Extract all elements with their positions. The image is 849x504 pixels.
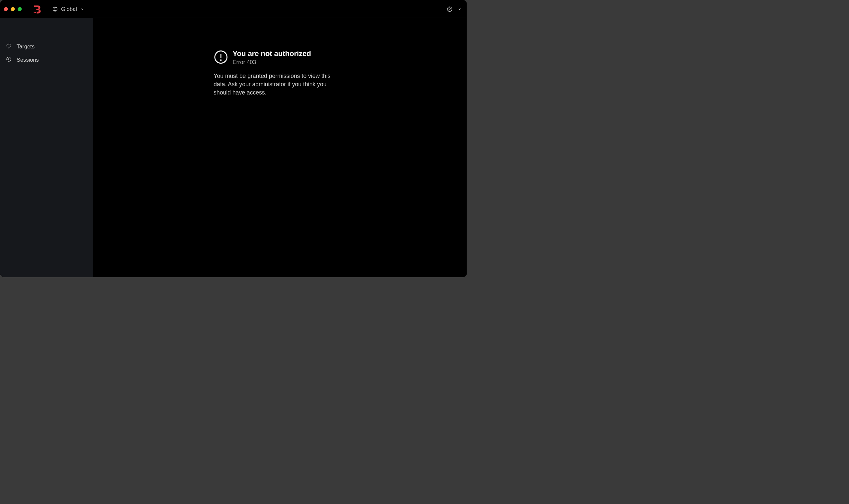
svg-rect-1	[35, 12, 36, 13]
account-button[interactable]	[447, 6, 453, 12]
svg-point-14	[220, 59, 221, 61]
main-content: You are not authorized Error 403 You mus…	[93, 18, 467, 277]
header-menu-button[interactable]	[458, 7, 462, 11]
sidebar: Targets Sessions	[0, 18, 93, 277]
error-subtitle: Error 403	[233, 59, 311, 65]
globe-icon	[52, 6, 58, 12]
user-circle-icon	[447, 6, 453, 12]
window-close-button[interactable]	[4, 7, 8, 11]
app-window: Global	[0, 0, 467, 277]
app-logo	[33, 5, 41, 13]
sidebar-item-targets[interactable]: Targets	[0, 40, 93, 53]
error-block: You are not authorized Error 403 You mus…	[214, 49, 341, 97]
error-title: You are not authorized	[233, 49, 311, 58]
alert-circle-icon	[214, 50, 228, 65]
svg-rect-0	[34, 12, 35, 13]
titlebar: Global	[0, 0, 467, 18]
window-zoom-button[interactable]	[18, 7, 21, 11]
window-controls	[4, 7, 22, 11]
error-description: You must be granted permissions to view …	[214, 72, 341, 97]
svg-point-4	[449, 7, 450, 9]
chevron-down-icon	[458, 7, 462, 11]
sidebar-item-label: Sessions	[17, 57, 39, 63]
scope-selector[interactable]: Global	[52, 6, 84, 12]
sidebar-item-label: Targets	[17, 43, 35, 50]
header-right	[447, 6, 462, 12]
chevron-down-icon	[80, 7, 84, 11]
scope-label: Global	[61, 6, 77, 12]
crosshair-icon	[6, 43, 12, 50]
app-body: Targets Sessions	[0, 18, 467, 277]
window-minimize-button[interactable]	[11, 7, 15, 11]
enter-icon	[6, 57, 12, 63]
sidebar-item-sessions[interactable]: Sessions	[0, 53, 93, 67]
boundary-logo-icon	[33, 5, 41, 13]
